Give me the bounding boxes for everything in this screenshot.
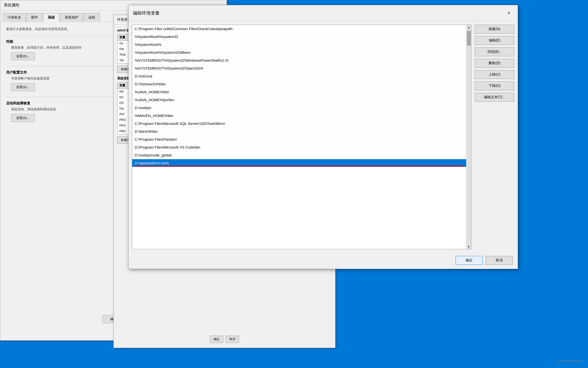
tab-remote[interactable]: 远程 [84,13,100,22]
path-list-item[interactable]: %SystemRoot%\System32\Wbem [132,49,466,57]
dialog-right-buttons: 新建(N)编辑(E)浏览(B)...删除(D)上移(U)下移(O)编辑文本(T)… [475,25,514,249]
scrollbar-down-arrow[interactable]: ▼ [466,244,471,249]
scrollbar-thumb[interactable] [467,31,471,46]
path-list-item[interactable]: D:\Program Files\Microsoft VS Code\bin [132,143,466,151]
dialog-delete-btn[interactable]: 删除(D) [475,59,514,68]
path-list-item[interactable]: %SystemRoot%\system32 [132,33,466,41]
watermark: CSDN @生产队队长 [558,359,583,363]
path-list-wrapper: C:\Program Files (x86)\Common Files\Orac… [132,25,471,249]
tab-system-protection[interactable]: 系统保护 [60,13,83,22]
dialog-body: C:\Program Files (x86)\Common Files\Orac… [129,21,518,253]
dialog-edit-text-btn[interactable]: 编辑文本(T)... [475,93,514,102]
dialog-confirm-btn[interactable]: 确定 [456,256,483,265]
path-list-item[interactable]: C:\Program Files\Microsoft SQL Server\15… [132,120,466,128]
tab-advanced[interactable]: 高级 [43,13,59,22]
edit-env-dialog: 编辑环境变量 × C:\Program Files (x86)\Common F… [128,5,518,269]
performance-settings-btn[interactable]: 设置(S)... [11,52,35,60]
env-vars-bg-bottom: 确定 取消 [114,336,335,343]
path-list-item[interactable]: D:\MinGW\bin [132,128,466,136]
dialog-up-btn[interactable]: 上移(U) [475,70,514,79]
path-list-item[interactable]: %SYSTEMROOT%\System32\OpenSSH\ [132,64,466,72]
path-list-item[interactable]: C:\Program Files (x86)\Common Files\Orac… [132,25,466,33]
path-list-item[interactable]: %MAVEN_HOME%\bin [132,112,466,120]
dialog-bottom: 确定 取消 [129,256,518,265]
env-bg-cancel-btn[interactable]: 取消 [226,336,239,343]
path-list-item[interactable]: D:\nodejs\ [132,104,466,112]
scrollbar-track[interactable]: ▲ ▼ [466,25,471,249]
path-list-item[interactable]: %JAVA_HOME%\jre\bin [132,96,466,104]
dialog-title: 编辑环境变量 [133,10,160,16]
path-list-item[interactable]: %SystemRoot% [132,41,466,49]
path-list-item[interactable]: D:\Git\cmd [132,72,466,80]
dialog-new-btn[interactable]: 新建(N) [475,25,514,34]
path-list-item[interactable]: %SYSTEMROOT%\System32\WindowsPowerShell\… [132,57,466,64]
path-list: C:\Program Files (x86)\Common Files\Orac… [132,25,466,249]
user-profiles-settings-btn[interactable]: 设置(S)... [11,83,35,91]
scrollbar-up-arrow[interactable]: ▲ [466,25,471,30]
path-list-item[interactable]: %JAVA_HOME%\bin [132,88,466,96]
tab-hardware[interactable]: 硬件 [26,13,43,22]
dialog-close-btn[interactable]: × [504,9,513,18]
path-list-item[interactable]: D:\app\platform-tools [132,159,466,167]
dialog-titlebar: 编辑环境变量 × [129,5,518,21]
dialog-browse-btn[interactable]: 浏览(B)... [475,47,514,56]
path-list-item[interactable]: D:\TortoiseSVN\bin [132,80,466,88]
path-list-item[interactable]: C:\Program Files\Pandoc\ [132,136,466,143]
close-icon: × [508,11,510,16]
path-list-item[interactable]: D:\nodejs\node_global [132,151,466,159]
dialog-down-btn[interactable]: 下移(O) [475,81,514,90]
dialog-cancel-btn[interactable]: 取消 [486,256,513,265]
startup-settings-btn[interactable]: 设置(S)... [11,114,35,122]
env-bg-confirm-btn[interactable]: 确定 [210,336,223,343]
dialog-edit-btn[interactable]: 编辑(E) [475,36,514,45]
tab-computer-name[interactable]: 计算机名 [3,13,26,22]
